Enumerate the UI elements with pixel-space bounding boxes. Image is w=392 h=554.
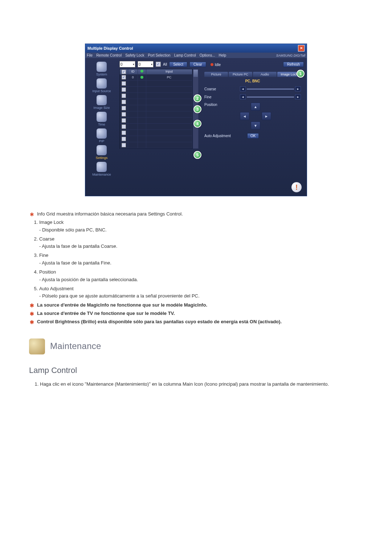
row-checkbox[interactable]	[120, 105, 128, 111]
fine-left-arrow-icon[interactable]: ◄	[240, 94, 246, 99]
fine-slider[interactable]: ◄ ►	[240, 95, 301, 99]
grid-row[interactable]	[120, 105, 192, 111]
note-1: La source d'entrée de MagicInfo ne fonct…	[29, 302, 363, 309]
sidebar-label-input-source: Input Source	[92, 89, 111, 93]
menu-safety-lock[interactable]: Safety Lock	[125, 53, 144, 57]
row-coarse: Coarse ◄ ►	[204, 87, 301, 91]
position-label: Position	[204, 103, 237, 107]
lamp-control-steps: Haga clic en el icono "Maintenance (Mant…	[29, 381, 363, 388]
row-status	[138, 99, 146, 105]
row-checkbox[interactable]	[120, 81, 128, 87]
sidebar-item-image-size[interactable]: Image Size	[89, 95, 114, 110]
menu-port-selection[interactable]: Port Selection	[148, 53, 170, 57]
auto-adjust-label: Auto Adjustment	[204, 134, 244, 138]
row-id: 0	[128, 74, 138, 81]
grid-header-id: ID	[128, 69, 138, 74]
item-1: Image Lock Disponible sólo para PC, BNC.	[39, 219, 363, 234]
menu-remote-control[interactable]: Remote Control	[96, 53, 122, 57]
menu-file[interactable]: File	[87, 53, 93, 57]
toolbar: 0 0 All Select Clear Idle Refresh	[119, 61, 304, 67]
row-checkbox[interactable]	[120, 111, 128, 118]
tab-picture[interactable]: Picture	[204, 72, 228, 77]
row-status	[138, 142, 146, 148]
grid-row[interactable]	[120, 87, 192, 93]
tab-picture-pc[interactable]: Picture PC	[229, 72, 252, 77]
grid-row[interactable]	[120, 124, 192, 130]
tab-audio[interactable]: Audio	[253, 72, 277, 77]
dropdown-1[interactable]: 0	[119, 61, 135, 67]
sidebar-item-input-source[interactable]: Input Source	[89, 78, 114, 93]
sidebar-label-time: Time	[98, 123, 105, 126]
item-3-desc: Ajusta la fase de la pantalla Fine.	[39, 260, 363, 267]
dropdown-1-value: 0	[121, 62, 123, 66]
row-id	[128, 130, 138, 136]
grid-row[interactable]	[120, 142, 192, 148]
row-checkbox[interactable]	[120, 130, 128, 136]
main-area: 0 0 All Select Clear Idle Refresh	[118, 58, 307, 196]
grid-row[interactable]	[120, 118, 192, 124]
row-checkbox[interactable]	[120, 99, 128, 105]
sidebar-item-maintenance[interactable]: Maintenance	[89, 162, 114, 176]
grid-header: ID Input	[120, 69, 192, 74]
grid-row[interactable]	[120, 93, 192, 99]
row-auto-adjust: Auto Adjustment OK	[204, 133, 301, 139]
sidebar-label-pip: PIP	[99, 139, 105, 143]
select-button[interactable]: Select	[169, 62, 187, 67]
header-checkbox[interactable]	[122, 70, 126, 74]
sidebar-item-time[interactable]: Time	[89, 112, 114, 126]
coarse-left-arrow-icon[interactable]: ◄	[240, 86, 246, 91]
ok-button[interactable]: OK	[247, 133, 259, 139]
row-id	[128, 124, 138, 130]
position-left-button[interactable]: ◄	[240, 112, 249, 120]
row-checkbox[interactable]	[120, 136, 128, 142]
sidebar-item-system[interactable]: System	[89, 62, 114, 76]
row-checkbox[interactable]	[120, 118, 128, 124]
close-icon[interactable]: ✕	[298, 45, 305, 52]
grid-row[interactable]	[120, 81, 192, 87]
row-status	[138, 81, 146, 87]
menu-options[interactable]: Options...	[200, 53, 215, 57]
grid-row[interactable]	[120, 136, 192, 142]
fine-label: Fine	[204, 95, 237, 99]
menu-help[interactable]: Help	[219, 53, 226, 57]
item-3: Fine Ajusta la fase de la pantalla Fine.	[39, 252, 363, 267]
dropdown-2[interactable]: 0	[138, 61, 154, 67]
sidebar-item-settings[interactable]: Settings	[89, 145, 114, 160]
tabs: Picture Picture PC Audio Image Lock	[204, 72, 301, 77]
clear-button[interactable]: Clear	[189, 62, 206, 67]
time-icon	[97, 112, 107, 122]
app-window: Multiple Display Control ✕ File Remote C…	[85, 44, 307, 196]
maintenance-section-icon	[29, 338, 45, 354]
sidebar-item-pip[interactable]: PIP	[89, 128, 114, 143]
refresh-button[interactable]: Refresh	[283, 62, 304, 67]
coarse-slider[interactable]: ◄ ►	[240, 87, 301, 91]
coarse-right-arrow-icon[interactable]: ►	[295, 86, 301, 91]
row-fine: Fine ◄ ►	[204, 95, 301, 99]
grid-row[interactable]	[120, 111, 192, 118]
all-checkbox[interactable]	[156, 62, 161, 67]
grid-row[interactable]	[120, 99, 192, 105]
row-checkbox[interactable]	[120, 87, 128, 93]
grid-row[interactable]: 0PC	[120, 74, 192, 81]
grid-row[interactable]	[120, 130, 192, 136]
row-checkbox[interactable]	[120, 124, 128, 130]
row-status	[138, 105, 146, 111]
row-checkbox[interactable]	[120, 93, 128, 99]
position-right-button[interactable]: ►	[262, 112, 271, 120]
position-down-button[interactable]: ▼	[251, 122, 260, 130]
fine-track[interactable]	[247, 97, 294, 98]
fine-right-arrow-icon[interactable]: ►	[295, 94, 301, 99]
item-5: Auto Adjustment Púlselo para que se ajus…	[39, 286, 363, 300]
info-grid: ID Input 0PC	[119, 69, 193, 149]
row-checkbox[interactable]	[120, 74, 128, 81]
item-5-desc: Púlselo para que se ajuste automáticamen…	[39, 293, 363, 300]
menu-lamp-control[interactable]: Lamp Control	[174, 53, 196, 57]
coarse-track[interactable]	[247, 89, 294, 90]
position-up-button[interactable]: ▲	[251, 103, 260, 111]
row-checkbox[interactable]	[120, 142, 128, 148]
scroll-thumb[interactable]	[193, 70, 198, 77]
row-input	[146, 87, 192, 93]
sidebar-label-maintenance: Maintenance	[92, 173, 111, 176]
item-4: Position Ajusta la posición de la pantal…	[39, 269, 363, 283]
item-2: Coarse Ajusta la fase de la pantalla Coa…	[39, 236, 363, 250]
